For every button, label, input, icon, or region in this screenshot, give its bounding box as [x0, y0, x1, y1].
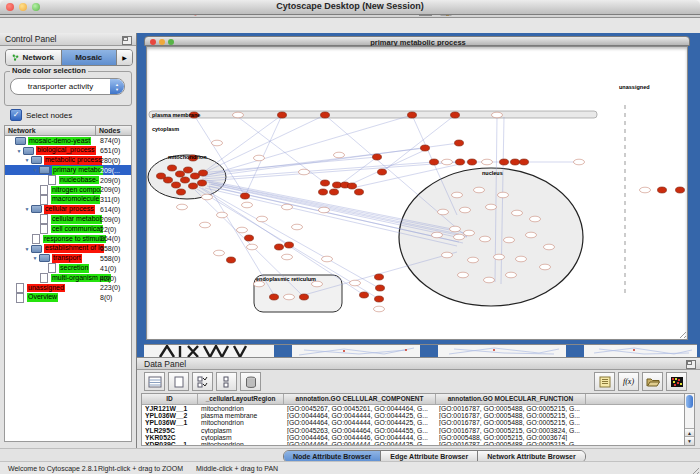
network-node-red[interactable] [456, 159, 465, 165]
network-node-white[interactable] [474, 187, 485, 193]
network-node-white[interactable] [494, 254, 505, 260]
tree-row[interactable]: multi-organism pro42(0) [5, 273, 131, 283]
node-color-combobox[interactable]: transporter activity ▲▼ [10, 78, 125, 95]
network-node-white[interactable] [322, 256, 333, 262]
network-node-white[interactable] [504, 237, 515, 243]
network-node-red[interactable] [468, 159, 477, 165]
network-node-white[interactable] [454, 234, 465, 240]
network-node-white[interactable] [334, 152, 345, 158]
network-node-white[interactable] [292, 224, 303, 230]
network-node-white[interactable] [516, 256, 527, 262]
expander-icon[interactable]: ▼ [23, 157, 31, 163]
table-row[interactable]: YPL036W__2plasma membrane[GO:0044464, GO… [142, 412, 688, 419]
network-node-white[interactable] [374, 306, 385, 312]
network-node-red[interactable] [198, 180, 207, 186]
expander-icon[interactable]: ▼ [31, 167, 39, 173]
network-node-red[interactable] [355, 189, 364, 195]
network-node-white[interactable] [312, 281, 323, 287]
network-node-red[interactable] [321, 180, 330, 186]
region-nucleus[interactable] [399, 168, 583, 306]
region-plasma-membrane[interactable] [149, 111, 597, 118]
network-node-white[interactable] [202, 194, 213, 200]
network-node-red[interactable] [376, 285, 385, 291]
tree-row[interactable]: mosaic-demo-yeast874(0) [5, 136, 131, 146]
network-node-white[interactable] [506, 272, 517, 278]
tree-row[interactable]: nucleobase-209(0) [5, 175, 131, 185]
table-column-header[interactable]: annotation.GO CELLULAR_COMPONENT [284, 394, 436, 404]
network-node-red[interactable] [285, 242, 294, 248]
network-canvas[interactable]: plasma membranecytoplasmmitochondrionnuc… [146, 46, 688, 340]
network-node-white[interactable] [480, 236, 491, 242]
network-node-red[interactable] [319, 189, 328, 195]
network-node-white[interactable] [282, 204, 293, 210]
expander-icon[interactable]: ▼ [31, 255, 39, 261]
tree-row[interactable]: response to stimulu264(0) [5, 234, 131, 244]
table-column-header[interactable]: _cellularLayoutRegion [198, 394, 284, 404]
network-node-white[interactable] [484, 277, 495, 283]
network-node-white[interactable] [468, 257, 479, 263]
network-node-white[interactable] [233, 112, 244, 118]
select-nodes-checkbox[interactable]: ✓ [10, 109, 22, 121]
scrollbar-thumb[interactable] [686, 395, 693, 408]
network-node-white[interactable] [247, 244, 258, 250]
network-node-white[interactable] [242, 202, 253, 208]
network-node-red[interactable] [241, 193, 250, 199]
network-node-white[interactable] [254, 155, 265, 161]
network-node-white[interactable] [574, 159, 585, 165]
network-node-white[interactable] [486, 204, 497, 210]
scroll-down-icon[interactable]: ▼ [685, 436, 694, 445]
network-node-red[interactable] [199, 170, 208, 176]
network-node-white[interactable] [458, 272, 469, 278]
tree-row[interactable]: Overview8(0) [5, 293, 131, 303]
tree-row[interactable]: ▼metabolic process280(0) [5, 156, 131, 166]
tree-row[interactable]: ▼transport558(0) [5, 254, 131, 264]
network-node-white[interactable] [640, 187, 651, 193]
network-node-red[interactable] [245, 235, 254, 241]
network-node-white[interactable] [452, 192, 463, 198]
network-node-white[interactable] [214, 250, 225, 256]
network-node-red[interactable] [176, 171, 185, 177]
expander-icon[interactable]: ▼ [23, 206, 31, 212]
network-node-white[interactable] [530, 216, 541, 222]
network-node-white[interactable] [450, 226, 461, 232]
network-node-red[interactable] [348, 183, 357, 189]
formula-icon[interactable]: f(x) [618, 372, 639, 391]
network-node-white[interactable] [282, 254, 293, 260]
network-node-white[interactable] [237, 227, 248, 233]
tree-row[interactable]: macromolecule311(0) [5, 195, 131, 205]
table-column-header[interactable]: ID [142, 394, 198, 404]
table-row[interactable]: YJR121W__1mitochondrion[GO:0045267, GO:0… [142, 405, 688, 412]
network-node-red[interactable] [278, 112, 287, 118]
network-node-white[interactable] [492, 112, 503, 118]
tree-row[interactable]: ▼primary metabo209(... [5, 165, 131, 175]
tree-row[interactable]: ▼biological_process651(0) [5, 146, 131, 156]
network-node-white[interactable] [257, 216, 268, 222]
network-node-red[interactable] [373, 154, 382, 160]
network-node-white[interactable] [284, 294, 295, 300]
table-scrollbar[interactable]: ▲ ▼ [684, 393, 695, 446]
network-node-red[interactable] [275, 244, 284, 250]
network-node-red[interactable] [451, 112, 460, 118]
tree-column-network[interactable]: Network [5, 126, 96, 135]
network-node-red[interactable] [676, 187, 685, 193]
select-attributes-icon[interactable] [192, 372, 213, 391]
float-panel-icon[interactable] [122, 36, 132, 45]
network-node-white[interactable] [442, 159, 453, 165]
network-node-white[interactable] [498, 192, 509, 198]
table-row[interactable]: YLR295Ccytoplasm[GO:0045263, GO:0044464,… [142, 427, 688, 434]
network-node-white[interactable] [350, 280, 361, 286]
combobox-stepper-icon[interactable]: ▲▼ [110, 79, 124, 94]
network-node-red[interactable] [375, 274, 384, 280]
tree-row[interactable]: unassigned223(0) [5, 283, 131, 293]
network-node-red[interactable] [227, 257, 236, 263]
table-row[interactable]: YPL036W__1mitochondrion[GO:0044464, GO:0… [142, 419, 688, 426]
network-node-red[interactable] [270, 294, 279, 300]
network-node-white[interactable] [432, 232, 443, 238]
tab-network[interactable]: Network [6, 50, 62, 65]
heatmap-icon[interactable] [666, 372, 687, 391]
network-node-red[interactable] [191, 173, 200, 179]
tree-row[interactable]: ▼establishment of lo558(0) [5, 244, 131, 254]
network-node-white[interactable] [319, 207, 330, 213]
network-node-white[interactable] [540, 264, 551, 270]
network-node-red[interactable] [455, 140, 464, 146]
